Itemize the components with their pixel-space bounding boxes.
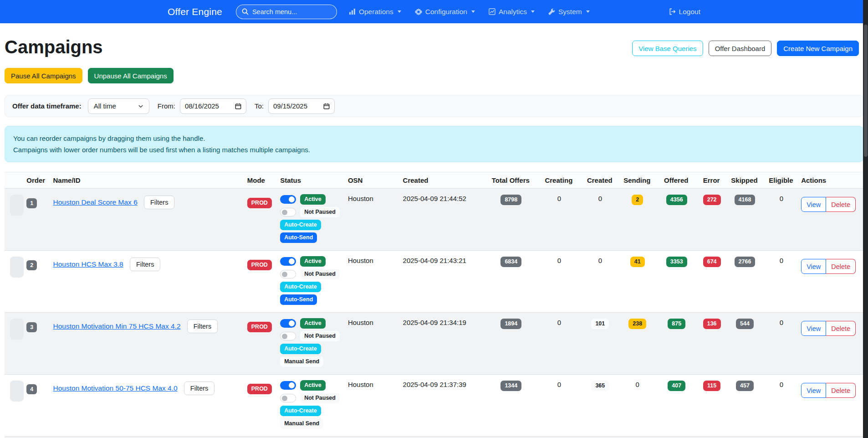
wrench-icon xyxy=(548,8,555,15)
auto-create-badge: Auto-Create xyxy=(280,344,321,354)
paused-toggle[interactable] xyxy=(280,270,296,278)
to-date-input[interactable]: 09/15/2025 xyxy=(268,98,335,114)
mode-badge: PROD xyxy=(247,384,272,394)
menu-configuration[interactable]: Configuration xyxy=(415,8,475,16)
active-toggle[interactable] xyxy=(280,319,296,328)
campaign-row: 3 Houston Motivation Min 75 HCS Max 4.2 … xyxy=(5,313,863,375)
offered-cell: 875 xyxy=(656,313,697,375)
menu-operations[interactable]: Operations xyxy=(349,8,401,16)
from-date-input[interactable]: 08/16/2025 xyxy=(180,98,246,114)
menu-label: Configuration xyxy=(425,8,467,16)
paused-toggle[interactable] xyxy=(280,208,296,216)
header-actions: Actions xyxy=(800,172,863,189)
search-input[interactable] xyxy=(252,8,331,15)
eligible-cell: 0 xyxy=(764,375,800,437)
drag-handle[interactable] xyxy=(10,319,24,340)
view-button[interactable]: View xyxy=(801,259,826,274)
menu-search[interactable] xyxy=(236,5,337,19)
active-toggle[interactable] xyxy=(280,381,296,390)
created-count-cell: 0 xyxy=(582,189,619,251)
view-button[interactable]: View xyxy=(801,383,826,398)
menu-system[interactable]: System xyxy=(548,8,590,16)
campaign-name-link[interactable]: Houston Motivation Min 75 HCS Max 4.2 xyxy=(53,322,181,330)
count-value: 0 xyxy=(557,319,561,326)
delete-button[interactable]: Delete xyxy=(826,321,856,336)
filters-button[interactable]: Filters xyxy=(187,319,218,333)
toggle-knob xyxy=(289,258,295,264)
campaign-name-link[interactable]: Houston Deal Score Max 6 xyxy=(53,198,138,206)
timeframe-select[interactable]: All time xyxy=(88,98,149,114)
offered-cell: 4356 xyxy=(656,189,697,251)
menu-analytics[interactable]: Analytics xyxy=(489,8,535,16)
chevron-down-icon xyxy=(398,10,401,13)
error-cell: 115 xyxy=(698,375,727,437)
paused-toggle[interactable] xyxy=(280,332,296,340)
count-value: 0 xyxy=(780,257,783,264)
skipped-cell: 457 xyxy=(727,375,763,437)
header-handle xyxy=(5,172,26,189)
osn-cell: Houston xyxy=(347,251,402,313)
line-chart-icon xyxy=(489,8,495,15)
pause-all-campaigns-button[interactable]: Pause All Campaigns xyxy=(5,68,82,83)
count-badge: 875 xyxy=(668,319,685,329)
offer-dashboard-button[interactable]: Offer Dashboard xyxy=(709,41,772,56)
order-badge: 3 xyxy=(26,322,37,332)
alert-line-2: Campaigns with lower order numbers will … xyxy=(13,144,855,155)
timeframe-selected-value: All time xyxy=(94,102,116,110)
count-badge: 41 xyxy=(630,257,645,267)
send-mode-badge: Auto-Send xyxy=(280,294,317,305)
timeframe-label: Offer data timeframe: xyxy=(12,102,82,110)
count-badge: 407 xyxy=(668,381,685,391)
main-menu: Operations Configuration Analytics xyxy=(349,8,590,16)
view-button[interactable]: View xyxy=(801,197,826,212)
logout-button[interactable]: Logout xyxy=(669,8,700,16)
active-toggle[interactable] xyxy=(280,195,296,204)
count-badge: 115 xyxy=(703,381,720,391)
view-base-queries-button[interactable]: View Base Queries xyxy=(632,41,703,56)
delete-button[interactable]: Delete xyxy=(826,383,856,398)
count-value: 0 xyxy=(780,381,783,388)
delete-button[interactable]: Delete xyxy=(826,259,856,274)
filters-button[interactable]: Filters xyxy=(184,381,214,395)
create-new-campaign-button[interactable]: Create New Campaign xyxy=(777,41,859,56)
drag-handle[interactable] xyxy=(10,195,24,216)
sending-cell: 41 xyxy=(619,251,656,313)
created-count-cell: 0 xyxy=(582,251,619,313)
delete-button[interactable]: Delete xyxy=(826,197,856,212)
header-eligible: Eligible xyxy=(764,172,800,189)
header-total-offers: Total Offers xyxy=(486,172,538,189)
scrollbar-thumb[interactable] xyxy=(864,25,868,157)
total-offers-cell: 1894 xyxy=(486,313,538,375)
send-mode-badge: Manual Send xyxy=(280,418,323,429)
to-date-value: 09/15/2025 xyxy=(273,102,307,110)
unpause-all-campaigns-button[interactable]: Unpause All Campaigns xyxy=(88,68,174,83)
menu-label: Analytics xyxy=(499,8,527,16)
filters-button[interactable]: Filters xyxy=(130,258,160,271)
count-badge: 674 xyxy=(703,257,721,267)
calendar-icon xyxy=(323,103,330,109)
auto-create-badge: Auto-Create xyxy=(280,282,321,292)
view-button[interactable]: View xyxy=(801,321,826,336)
browser-scrollbar[interactable] xyxy=(863,0,868,438)
header-name-id: Name/ID xyxy=(52,172,246,189)
campaign-name-link[interactable]: Houston Motivation 50-75 HCS Max 4.0 xyxy=(53,384,178,392)
drag-handle[interactable] xyxy=(10,381,24,402)
drag-handle[interactable] xyxy=(10,257,24,278)
count-value: 0 xyxy=(557,257,561,264)
count-badge: 3353 xyxy=(666,257,687,267)
campaign-row: 2 Houston HCS Max 3.8 Filters PROD Activ… xyxy=(5,251,863,313)
active-toggle[interactable] xyxy=(280,257,296,266)
eligible-cell: 0 xyxy=(764,189,800,251)
campaign-name-link[interactable]: Houston HCS Max 3.8 xyxy=(53,260,123,268)
count-badge: 2766 xyxy=(735,257,756,267)
osn-cell: Houston xyxy=(347,313,402,375)
paused-toggle[interactable] xyxy=(280,394,296,402)
toggle-knob xyxy=(289,320,295,326)
sending-cell: 0 xyxy=(619,375,656,437)
eligible-cell: 0 xyxy=(764,437,800,438)
header-order: Order xyxy=(26,172,52,189)
count-value: 0 xyxy=(636,381,639,388)
filters-button[interactable]: Filters xyxy=(144,196,174,209)
count-badge: 365 xyxy=(591,381,609,391)
offer-data-timeframe-bar: Offer data timeframe: All time From: 08/… xyxy=(5,95,863,117)
